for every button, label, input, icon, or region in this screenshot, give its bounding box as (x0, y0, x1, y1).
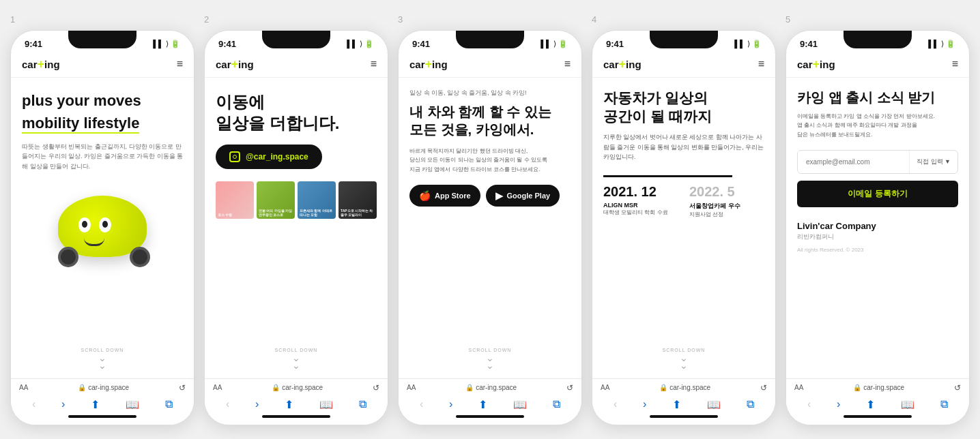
hamburger-4[interactable]: ≡ (758, 58, 764, 70)
email-input-tag[interactable]: 직접 입력 ▼ (909, 151, 957, 173)
instagram-btn[interactable]: @car_ing.space (216, 145, 322, 169)
car-smile (84, 238, 104, 246)
timeline-col-1: 2021. 12 ALIGN MSR 대학생 모빌리티 학회 수료 (603, 184, 678, 218)
screen4-title: 자동차가 일상의공간이 될 때까지 (603, 89, 764, 126)
timeline-row: 2021. 12 ALIGN MSR 대학생 모빌리티 학회 수료 2022. … (603, 184, 764, 218)
back-btn-2[interactable]: ‹ (220, 397, 235, 412)
footer-sub: 리빈카컴퍼니 (797, 232, 958, 241)
bookmark-btn-3[interactable]: 📖 (508, 397, 532, 412)
share-btn-2[interactable]: ⬆ (279, 397, 299, 412)
browser-reload-5[interactable]: ↺ (954, 383, 961, 393)
instagram-icon (229, 151, 240, 162)
browser-reload-2[interactable]: ↺ (373, 383, 379, 393)
forward-btn-4[interactable]: › (637, 397, 652, 412)
hamburger-1[interactable]: ≡ (177, 58, 183, 70)
hamburger-3[interactable]: ≡ (564, 58, 571, 70)
browser-aa-2[interactable]: AA (213, 384, 222, 391)
notch-5 (844, 31, 912, 48)
footer-copy: All rights Reserved. © 2023 (797, 247, 958, 253)
appstore-label: App Store (435, 192, 471, 200)
bookmark-btn-2[interactable]: 📖 (314, 397, 338, 412)
screen2-title: 이동에일상을 더합니다. (216, 91, 377, 134)
phone-1-wrapper: 1 9:41 ▌▌ ⟩ 🔋 car+ing ≡ plus your moves … (10, 14, 194, 425)
phone-2-wrapper: 2 9:41 ▌▌ ⟩ 🔋 car+ing ≡ 이동에일상을 더합니다. (204, 14, 388, 425)
forward-btn-3[interactable]: › (444, 397, 458, 412)
img-caption-3: 프른세와 함께 어테르 따나는 모험 (300, 209, 334, 217)
tabs-btn-4[interactable]: ⧉ (741, 397, 760, 412)
browser-aa-5[interactable]: AA (794, 384, 803, 391)
browser-reload-1[interactable]: ↺ (179, 383, 186, 393)
share-btn-5[interactable]: ⬆ (861, 397, 880, 412)
car-illustration (48, 182, 157, 271)
play-icon: ▶ (495, 190, 503, 201)
timeline-award-1: 대학생 모빌리티 학회 수료 (603, 209, 678, 216)
back-btn-4[interactable]: ‹ (608, 397, 622, 412)
app-buttons: 🍎 App Store ▶ Google Play (409, 185, 571, 207)
nav-bar-3: car+ing ≡ (399, 52, 581, 78)
tabs-btn-1[interactable]: ⧉ (160, 397, 178, 412)
hamburger-2[interactable]: ≡ (371, 58, 377, 70)
back-btn-3[interactable]: ‹ (414, 397, 429, 412)
forward-btn-5[interactable]: › (831, 397, 846, 412)
email-input-row[interactable]: 직접 입력 ▼ (797, 150, 958, 174)
nav-bar-1: car+ing ≡ (11, 52, 194, 78)
screen-3-content: 일상 속 이동, 일상 속 즐거움, 일상 속 카잉! 내 차와 함께 할 수 … (399, 78, 581, 378)
back-btn-1[interactable]: ‹ (27, 397, 41, 412)
browser-url-3[interactable]: 🔒car-ing.space (465, 384, 517, 391)
scroll-chevron-2: ⌄⌄ (275, 354, 318, 369)
grid-img-3[interactable]: 프른세와 함께 어테르 따나는 모험 (298, 181, 336, 219)
forward-btn-2[interactable]: › (250, 397, 264, 412)
time-5: 9:41 (800, 39, 818, 49)
phone-2-number: 2 (204, 14, 209, 25)
logo-2: car+ing (216, 57, 254, 72)
home-bar-4 (650, 415, 718, 418)
scroll-chevron-4: ⌄⌄ (663, 354, 706, 369)
browser-actions-4: ‹ › ⬆ 📖 ⧉ (601, 397, 767, 412)
tabs-btn-3[interactable]: ⧉ (547, 397, 566, 412)
browser-url-4[interactable]: 🔒car-ing.space (659, 384, 710, 391)
browser-reload-3[interactable]: ↺ (566, 383, 573, 393)
appstore-btn[interactable]: 🍎 App Store (409, 185, 480, 207)
screen5-desc: 이메일을 등록하고 카잉 앱 소식을 가장 먼저 받아보세요.앱 출시 소식과 … (797, 112, 958, 140)
phone-1: 9:41 ▌▌ ⟩ 🔋 car+ing ≡ plus your moves mo… (10, 30, 194, 425)
phone-4-wrapper: 4 9:41 ▌▌ ⟩ 🔋 car+ing ≡ 자동차가 일상의공간이 될 때까… (592, 14, 776, 425)
browser-reload-4[interactable]: ↺ (760, 383, 767, 393)
notch-2 (262, 31, 330, 48)
share-btn-1[interactable]: ⬆ (85, 397, 105, 412)
nav-bar-2: car+ing ≡ (205, 52, 388, 78)
screen-2-content: 이동에일상을 더합니다. @car_ing.space 코스 수령 연봄 여의 … (205, 78, 388, 378)
browser-bar-5: AA 🔒car-ing.space ↺ ‹ › ⬆ 📖 ⧉ (786, 378, 969, 425)
share-btn-3[interactable]: ⬆ (473, 397, 493, 412)
grid-img-1[interactable]: 코스 수령 (216, 181, 254, 219)
logo-4: car+ing (603, 57, 642, 72)
car-eye-right (99, 217, 111, 232)
share-btn-4[interactable]: ⬆ (667, 397, 687, 412)
email-input[interactable] (798, 151, 909, 172)
browser-url-2[interactable]: 🔒car-ing.space (272, 384, 323, 391)
browser-aa-4[interactable]: AA (601, 384, 609, 391)
browser-aa-1[interactable]: AA (19, 384, 28, 391)
hamburger-5[interactable]: ≡ (952, 58, 958, 70)
googleplay-btn[interactable]: ▶ Google Play (486, 185, 560, 207)
browser-actions-5: ‹ › ⬆ 📖 ⧉ (794, 397, 961, 412)
back-btn-5[interactable]: ‹ (802, 397, 816, 412)
screen1-hero: plus your moves mobility lifestyle 따뜻는 생… (22, 91, 183, 337)
browser-aa-3[interactable]: AA (407, 384, 416, 391)
submit-email-btn[interactable]: 이메일 등록하기 (797, 181, 958, 207)
bookmark-btn-4[interactable]: 📖 (702, 397, 726, 412)
bookmark-btn-5[interactable]: 📖 (895, 397, 920, 412)
car-wheel-left (58, 247, 78, 267)
grid-img-4[interactable]: TAP으로 시작하는 차즐우 모빌라이 (338, 181, 377, 219)
notch-4 (650, 31, 718, 48)
grid-img-2[interactable]: 연봄 여의 카잉을 카잉연주중인 코스로 (257, 181, 295, 219)
timeline-year-1: 2021. 12 (603, 184, 678, 200)
browser-url-5[interactable]: 🔒car-ing.space (853, 384, 904, 391)
bookmark-btn-1[interactable]: 📖 (120, 397, 145, 412)
phones-container: 1 9:41 ▌▌ ⟩ 🔋 car+ing ≡ plus your moves … (10, 14, 970, 425)
tabs-btn-2[interactable]: ⧉ (354, 397, 372, 412)
tabs-btn-5[interactable]: ⧉ (935, 397, 953, 412)
home-bar-5 (844, 415, 912, 418)
forward-btn-1[interactable]: › (56, 397, 70, 412)
browser-url-1[interactable]: 🔒car-ing.space (78, 384, 129, 391)
footer-logo: Livin'car Company (797, 221, 958, 231)
